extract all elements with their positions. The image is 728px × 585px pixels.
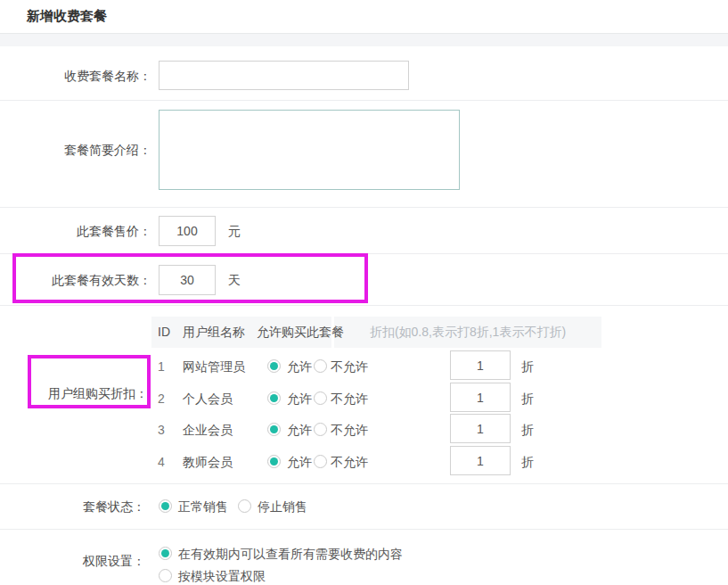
deny-radio-label[interactable]: 不允许 bbox=[331, 359, 368, 374]
row-id: 4 bbox=[158, 455, 165, 469]
status-stop-label[interactable]: 停止销售 bbox=[258, 499, 307, 514]
divider bbox=[0, 207, 728, 208]
row-group-name: 企业会员 bbox=[183, 423, 233, 437]
valid-days-input[interactable] bbox=[159, 265, 216, 295]
package-intro-textarea[interactable] bbox=[159, 110, 460, 190]
status-normal-radio[interactable] bbox=[159, 499, 172, 513]
divider bbox=[0, 253, 728, 254]
discount-input[interactable] bbox=[450, 414, 511, 443]
deny-radio-label[interactable]: 不允许 bbox=[331, 391, 368, 406]
allow-radio[interactable] bbox=[267, 455, 281, 468]
page-title: 新增收费套餐 bbox=[27, 8, 107, 25]
row-id: 3 bbox=[158, 423, 165, 437]
divider bbox=[0, 100, 728, 101]
discount-input[interactable] bbox=[450, 383, 511, 412]
row-group-name: 教师会员 bbox=[183, 455, 233, 469]
allow-radio-label[interactable]: 允许 bbox=[287, 359, 312, 374]
allow-radio[interactable] bbox=[267, 391, 281, 405]
deny-radio[interactable] bbox=[314, 359, 327, 373]
discount-input[interactable] bbox=[450, 350, 511, 380]
deny-radio-label[interactable]: 不允许 bbox=[331, 455, 368, 469]
discount-unit: 折 bbox=[521, 359, 534, 374]
deny-radio[interactable] bbox=[314, 391, 327, 405]
allow-radio-label[interactable]: 允许 bbox=[287, 423, 312, 437]
permission-module-radio[interactable] bbox=[159, 569, 172, 582]
deny-radio[interactable] bbox=[314, 455, 327, 468]
divider bbox=[0, 305, 728, 306]
divider bbox=[0, 529, 728, 530]
discount-input[interactable] bbox=[450, 446, 511, 475]
row-id: 1 bbox=[158, 359, 165, 374]
package-price-label: 此套餐售价： bbox=[0, 224, 151, 238]
col-header-discount: 折扣(如0.8,表示打8折,1表示不打折) bbox=[334, 325, 601, 339]
col-header-group: 用户组名称 bbox=[183, 325, 245, 339]
discount-unit: 折 bbox=[521, 391, 534, 406]
header-strip bbox=[0, 34, 728, 46]
divider bbox=[0, 483, 728, 484]
permission-all-radio[interactable] bbox=[159, 547, 172, 560]
package-intro-label: 套餐简要介绍： bbox=[0, 143, 151, 157]
row-group-name: 个人会员 bbox=[183, 391, 233, 406]
valid-days-label: 此套餐有效天数： bbox=[0, 273, 151, 287]
permission-label: 权限设置： bbox=[0, 554, 145, 568]
price-unit: 元 bbox=[228, 224, 241, 240]
status-label: 套餐状态： bbox=[0, 499, 145, 514]
permission-all-label[interactable]: 在有效期内可以查看所有需要收费的内容 bbox=[178, 547, 403, 561]
days-unit: 天 bbox=[228, 273, 241, 289]
discount-unit: 折 bbox=[521, 455, 534, 469]
deny-radio[interactable] bbox=[314, 423, 327, 436]
row-id: 2 bbox=[158, 391, 165, 406]
deny-radio-label[interactable]: 不允许 bbox=[331, 423, 368, 437]
permission-module-label[interactable]: 按模块设置权限 bbox=[178, 569, 266, 583]
col-header-allow: 允许购买此套餐 bbox=[257, 325, 344, 339]
package-name-input[interactable] bbox=[159, 61, 409, 90]
discount-unit: 折 bbox=[521, 423, 534, 437]
allow-radio-label[interactable]: 允许 bbox=[287, 391, 312, 406]
allow-radio[interactable] bbox=[267, 359, 281, 373]
row-group-name: 网站管理员 bbox=[183, 359, 245, 374]
allow-radio[interactable] bbox=[267, 423, 281, 436]
annotation-box-discount-label bbox=[28, 355, 151, 408]
status-normal-label[interactable]: 正常销售 bbox=[178, 499, 228, 514]
status-stop-radio[interactable] bbox=[238, 499, 251, 513]
group-discount-label: 用户组购买折扣： bbox=[0, 386, 148, 400]
package-price-input[interactable] bbox=[159, 216, 216, 246]
col-header-id: ID bbox=[158, 325, 170, 339]
allow-radio-label[interactable]: 允许 bbox=[287, 455, 312, 469]
package-name-label: 收费套餐名称： bbox=[0, 69, 151, 83]
